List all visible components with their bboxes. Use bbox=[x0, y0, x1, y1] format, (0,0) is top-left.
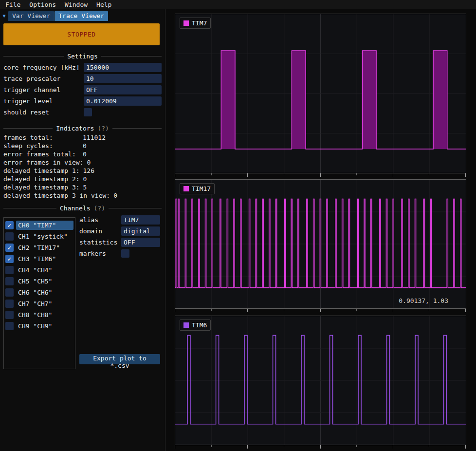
tab-strip: Var ViewerTrace Viewer bbox=[8, 11, 109, 21]
channel-prop-markers: markers bbox=[79, 248, 160, 259]
tick-mark bbox=[393, 309, 393, 312]
legend-swatch-icon bbox=[183, 20, 189, 26]
export-csv-button[interactable]: Export plot to *.csv bbox=[79, 354, 160, 364]
channel-label[interactable]: CH1 "systick" bbox=[16, 232, 73, 241]
plot-tim6[interactable]: TIM6 bbox=[175, 316, 466, 445]
channel-prop-domain: domaindigital bbox=[79, 226, 160, 237]
legend-swatch-icon bbox=[183, 322, 189, 328]
legend-swatch-icon bbox=[183, 186, 189, 191]
channel-checkbox[interactable] bbox=[5, 266, 14, 274]
prop-label: markers bbox=[79, 250, 121, 257]
indicator-value: 0 bbox=[79, 150, 87, 158]
indicator-value: 0 bbox=[79, 142, 87, 150]
tab-var-viewer[interactable]: Var Viewer bbox=[8, 11, 54, 21]
channel-label[interactable]: CH0 "TIM7" bbox=[16, 221, 73, 230]
tab-bar: ▼ Var ViewerTrace Viewer bbox=[0, 9, 165, 21]
waveform-tim17 bbox=[175, 180, 466, 308]
channel-label[interactable]: CH7 "CH7" bbox=[16, 299, 73, 308]
channel-label[interactable]: CH9 "CH9" bbox=[16, 321, 73, 331]
waveform-tim7 bbox=[175, 14, 466, 173]
tick-mark bbox=[175, 173, 175, 177]
indicator-value: 0 bbox=[80, 175, 87, 183]
channel-item-ch6-ch6: CH6 "CH6" bbox=[5, 287, 73, 298]
indicator-label: delayed timestamp 1: bbox=[3, 167, 80, 175]
x-axis-ticks bbox=[175, 309, 466, 313]
tick-mark bbox=[320, 173, 321, 177]
menu-file[interactable]: File bbox=[1, 0, 25, 9]
x-axis-ticks bbox=[175, 445, 466, 450]
alias-input[interactable]: TIM7 bbox=[121, 215, 160, 225]
channel-properties: aliasTIM7domaindigitalstatisticsOFFmarke… bbox=[79, 214, 160, 259]
channel-label[interactable]: CH5 "CH5" bbox=[16, 277, 73, 286]
separator-line bbox=[101, 56, 162, 56]
statistics-select[interactable]: OFF bbox=[121, 238, 160, 247]
should-reset-checkbox[interactable] bbox=[84, 108, 92, 116]
left-panel: ▼ Var ViewerTrace Viewer STOPPED Setting… bbox=[0, 9, 165, 451]
setting-label: trigger level bbox=[3, 97, 84, 105]
channel-label[interactable]: CH8 "CH8" bbox=[16, 310, 73, 319]
indicator-value: 126 bbox=[80, 167, 94, 175]
channel-item-ch3-tim6: CH3 "TIM6" bbox=[5, 253, 73, 264]
indicator-row-sleep-cycles: sleep cycles:0 bbox=[3, 142, 162, 150]
setting-label: core frequency [kHz] bbox=[3, 64, 84, 71]
trigger-level-input[interactable]: 0.012009 bbox=[84, 96, 162, 106]
indicators-help-icon[interactable]: (?) bbox=[97, 125, 109, 132]
menu-help[interactable]: Help bbox=[92, 0, 116, 9]
legend-label: TIM6 bbox=[192, 321, 207, 329]
trigger-channel-select[interactable]: OFF bbox=[84, 85, 162, 94]
domain-select[interactable]: digital bbox=[121, 226, 160, 236]
indicator-row-delayed-timestamp-1: delayed timestamp 1:126 bbox=[3, 167, 162, 175]
menu-window[interactable]: Window bbox=[60, 0, 92, 9]
tick-mark bbox=[247, 445, 248, 449]
channel-checkbox[interactable] bbox=[5, 322, 14, 330]
menu-options[interactable]: Options bbox=[25, 0, 60, 9]
channel-checkbox[interactable] bbox=[5, 255, 14, 263]
channel-checkbox[interactable] bbox=[5, 288, 14, 297]
setting-label: trigger channel bbox=[3, 86, 84, 94]
channel-checkbox[interactable] bbox=[5, 300, 14, 308]
waveform-tim6 bbox=[175, 316, 466, 445]
channel-label[interactable]: CH3 "TIM6" bbox=[16, 254, 73, 263]
indicator-label: delayed timestamp 3: bbox=[3, 183, 80, 191]
legend-tim17[interactable]: TIM17 bbox=[180, 183, 215, 194]
stop-button[interactable]: STOPPED bbox=[3, 23, 160, 45]
channel-item-ch5-ch5: CH5 "CH5" bbox=[5, 276, 73, 287]
channel-label[interactable]: CH6 "CH6" bbox=[16, 288, 73, 297]
channel-label[interactable]: CH2 "TIM17" bbox=[16, 243, 73, 252]
channel-checkbox[interactable] bbox=[5, 311, 14, 319]
indicator-value: 111012 bbox=[79, 133, 106, 142]
channels-help-icon[interactable]: (?) bbox=[94, 205, 105, 212]
collapse-arrow-icon[interactable]: ▼ bbox=[0, 13, 8, 21]
tick-mark bbox=[211, 173, 212, 175]
plot-panel: 0.90050.9010.90150.9020.9025 TIM7TIM170.… bbox=[166, 0, 476, 451]
cursor-readout: 0.90137, 1.03 bbox=[399, 297, 448, 304]
channels-header: Channels (?) bbox=[3, 204, 162, 212]
indicators-section: frames total:111012sleep cycles:0error f… bbox=[3, 133, 162, 200]
legend-tim6[interactable]: TIM6 bbox=[180, 319, 211, 331]
channel-checkbox[interactable] bbox=[5, 244, 14, 252]
indicator-row-delayed-timestamp-2: delayed timestamp 2:0 bbox=[3, 175, 162, 183]
tick-mark bbox=[393, 173, 393, 177]
core-frequency-khz-input[interactable]: 150000 bbox=[84, 63, 162, 72]
tick-mark bbox=[247, 309, 248, 312]
tick-mark bbox=[175, 445, 175, 449]
plot-tim7[interactable]: TIM7 bbox=[175, 14, 466, 173]
channel-checkbox[interactable] bbox=[5, 277, 14, 285]
markers-checkbox[interactable] bbox=[121, 249, 129, 258]
channel-item-ch9-ch9: CH9 "CH9" bbox=[5, 320, 73, 332]
channel-checkbox[interactable] bbox=[5, 221, 14, 229]
channel-checkbox[interactable] bbox=[5, 232, 14, 241]
legend-label: TIM7 bbox=[192, 19, 207, 27]
plot-tim17[interactable]: TIM170.90137, 1.03 bbox=[175, 179, 466, 309]
trace-prescaler-input[interactable]: 10 bbox=[84, 74, 162, 83]
separator-line bbox=[3, 208, 56, 208]
indicator-value: 0 bbox=[83, 158, 91, 167]
indicators-title: Indicators bbox=[56, 125, 94, 132]
legend-label: TIM17 bbox=[192, 185, 211, 192]
legend-tim7[interactable]: TIM7 bbox=[180, 18, 211, 29]
indicator-label: delayed timestamp 2: bbox=[3, 175, 80, 183]
channel-label[interactable]: CH4 "CH4" bbox=[16, 265, 73, 275]
tick-mark bbox=[284, 445, 284, 447]
indicator-row-error-frames-in-view: error frames in view:0 bbox=[3, 158, 162, 167]
tab-trace-viewer[interactable]: Trace Viewer bbox=[55, 11, 108, 21]
